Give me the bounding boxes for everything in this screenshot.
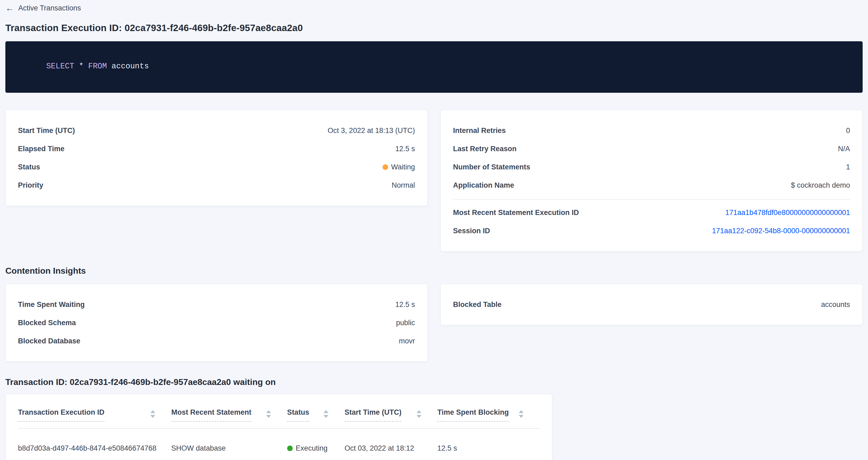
summary-value: Oct 3, 2022 at 18:13 (UTC) xyxy=(328,126,415,135)
summary-row-status: Status Waiting xyxy=(18,158,415,176)
summary-label: Most Recent Statement Execution ID xyxy=(453,209,579,217)
summary-value: 0 xyxy=(846,126,850,135)
sort-icon[interactable] xyxy=(323,410,329,418)
cell-start-time: Oct 03, 2022 at 18:12 xyxy=(344,444,437,453)
cell-transaction-execution-id: b8d7d03a-d497-446b-8474-e50846674768 xyxy=(18,444,171,453)
column-header-label[interactable]: Time Spent Blocking xyxy=(437,408,509,422)
sql-star: * xyxy=(74,62,88,71)
sql-table-name: accounts xyxy=(107,62,149,71)
waiting-status-dot-icon xyxy=(382,164,388,170)
contention-insights-heading: Contention Insights xyxy=(5,266,863,276)
card-divider xyxy=(453,199,850,200)
sql-keyword-from: FROM xyxy=(88,62,107,71)
overview-card-left: Start Time (UTC) Oct 3, 2022 at 18:13 (U… xyxy=(5,110,428,206)
column-header-time-spent-blocking: Time Spent Blocking xyxy=(437,408,539,422)
summary-row-blocked-table: Blocked Table accounts xyxy=(453,296,850,314)
column-header-label[interactable]: Start Time (UTC) xyxy=(344,408,402,422)
summary-label: Last Retry Reason xyxy=(453,145,517,153)
summary-row-statement-execution-id: Most Recent Statement Execution ID 171aa… xyxy=(453,204,850,222)
summary-label: Priority xyxy=(18,181,43,189)
contention-card-left: Time Spent Waiting 12.5 s Blocked Schema… xyxy=(5,284,428,362)
back-link-label: Active Transactions xyxy=(18,4,81,12)
summary-value: 1 xyxy=(846,163,850,171)
summary-value: 12.5 s xyxy=(395,145,415,153)
active-transaction-details-page: ← Active Transactions Transaction Execut… xyxy=(0,0,868,460)
summary-row-priority: Priority Normal xyxy=(18,176,415,194)
column-header-status: Status xyxy=(287,408,344,422)
summary-row-time-spent-waiting: Time Spent Waiting 12.5 s xyxy=(18,296,415,314)
summary-row-application-name: Application Name $ cockroach demo xyxy=(453,176,850,194)
table-header-row: Transaction Execution ID Most Recent Sta… xyxy=(18,408,539,422)
summary-label: Start Time (UTC) xyxy=(18,126,75,135)
summary-row-blocked-database: Blocked Database movr xyxy=(18,332,415,350)
cell-time-spent-blocking: 12.5 s xyxy=(437,444,539,453)
summary-label: Elapsed Time xyxy=(18,145,65,153)
waiting-on-heading: Transaction ID: 02ca7931-f246-469b-b2fe-… xyxy=(5,377,863,387)
cell-most-recent-statement: SHOW database xyxy=(171,444,287,453)
summary-value: movr xyxy=(399,337,415,345)
column-header-label[interactable]: Status xyxy=(287,408,309,422)
status-text: Waiting xyxy=(391,163,415,171)
summary-row-elapsed-time: Elapsed Time 12.5 s xyxy=(18,140,415,158)
status-text: Executing xyxy=(296,444,328,453)
summary-label: Session ID xyxy=(453,227,490,235)
executing-status-dot-icon xyxy=(287,446,293,451)
status-value: Waiting xyxy=(382,163,415,171)
summary-label: Number of Statements xyxy=(453,163,530,171)
page-title: Transaction Execution ID: 02ca7931-f246-… xyxy=(5,23,863,33)
summary-row-session-id: Session ID 171aa122-c092-54b8-0000-00000… xyxy=(453,222,850,240)
summary-row-internal-retries: Internal Retries 0 xyxy=(453,121,850,140)
sql-statement: SELECT * FROM accounts xyxy=(18,53,850,80)
summary-row-start-time: Start Time (UTC) Oct 3, 2022 at 18:13 (U… xyxy=(18,121,415,140)
summary-label: Internal Retries xyxy=(453,126,506,135)
sql-statement-box: SELECT * FROM accounts xyxy=(5,41,863,93)
summary-value: $ cockroach demo xyxy=(791,181,850,189)
summary-label: Status xyxy=(18,163,40,171)
waiting-on-table: Transaction Execution ID Most Recent Sta… xyxy=(5,394,552,460)
summary-value: Normal xyxy=(392,181,415,189)
summary-row-blocked-schema: Blocked Schema public xyxy=(18,314,415,332)
summary-row-number-of-statements: Number of Statements 1 xyxy=(453,158,850,176)
column-header-start-time: Start Time (UTC) xyxy=(344,408,437,422)
overview-card-right: Internal Retries 0 Last Retry Reason N/A… xyxy=(440,110,863,251)
column-header-label[interactable]: Transaction Execution ID xyxy=(18,408,104,422)
overview-cards: Start Time (UTC) Oct 3, 2022 at 18:13 (U… xyxy=(5,110,863,251)
summary-label: Blocked Table xyxy=(453,301,501,309)
contention-cards: Time Spent Waiting 12.5 s Blocked Schema… xyxy=(5,284,863,362)
column-header-label[interactable]: Most Recent Statement xyxy=(171,408,251,422)
sort-icon[interactable] xyxy=(416,410,422,418)
contention-card-right: Blocked Table accounts xyxy=(440,284,863,325)
back-link[interactable]: ← Active Transactions xyxy=(5,4,81,12)
topbar: ← Active Transactions xyxy=(5,0,863,12)
summary-row-last-retry-reason: Last Retry Reason N/A xyxy=(453,140,850,158)
summary-label: Blocked Database xyxy=(18,337,81,345)
table-row: b8d7d03a-d497-446b-8474-e50846674768 SHO… xyxy=(18,429,539,460)
statement-execution-id-link[interactable]: 171aa1b478fdf0e80000000000000001 xyxy=(725,209,850,217)
summary-label: Application Name xyxy=(453,181,514,189)
session-id-link[interactable]: 171aa122-c092-54b8-0000-000000000001 xyxy=(712,227,850,235)
sort-icon[interactable] xyxy=(519,410,524,418)
sql-keyword-select: SELECT xyxy=(46,62,74,71)
sort-icon[interactable] xyxy=(266,410,271,418)
summary-value: public xyxy=(396,319,415,327)
cell-status: Executing xyxy=(287,444,344,453)
column-header-most-recent-statement: Most Recent Statement xyxy=(171,408,287,422)
sort-icon[interactable] xyxy=(150,410,155,418)
back-arrow-icon: ← xyxy=(5,4,14,12)
column-header-transaction-execution-id: Transaction Execution ID xyxy=(18,408,171,422)
summary-value: 12.5 s xyxy=(395,301,415,309)
summary-value: accounts xyxy=(821,301,850,309)
summary-label: Blocked Schema xyxy=(18,319,76,327)
summary-value: N/A xyxy=(838,145,850,153)
summary-label: Time Spent Waiting xyxy=(18,301,85,309)
